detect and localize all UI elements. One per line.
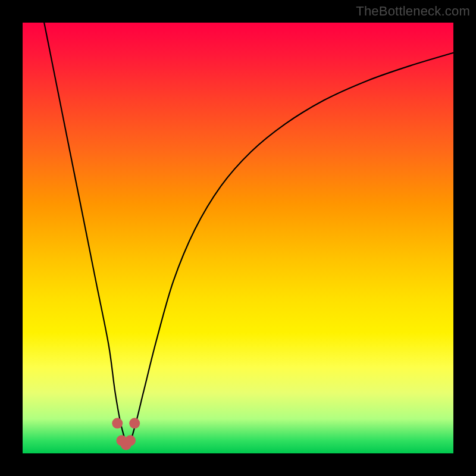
trough-marker — [125, 435, 136, 446]
trough-marker — [112, 418, 123, 428]
watermark-text: TheBottleneck.com — [356, 4, 470, 19]
chart-svg — [23, 23, 453, 453]
outer-frame: TheBottleneck.com — [0, 0, 476, 476]
bottleneck-curve — [44, 23, 453, 445]
plot-area — [23, 23, 453, 453]
trough-markers — [112, 418, 140, 450]
trough-marker — [129, 418, 140, 428]
